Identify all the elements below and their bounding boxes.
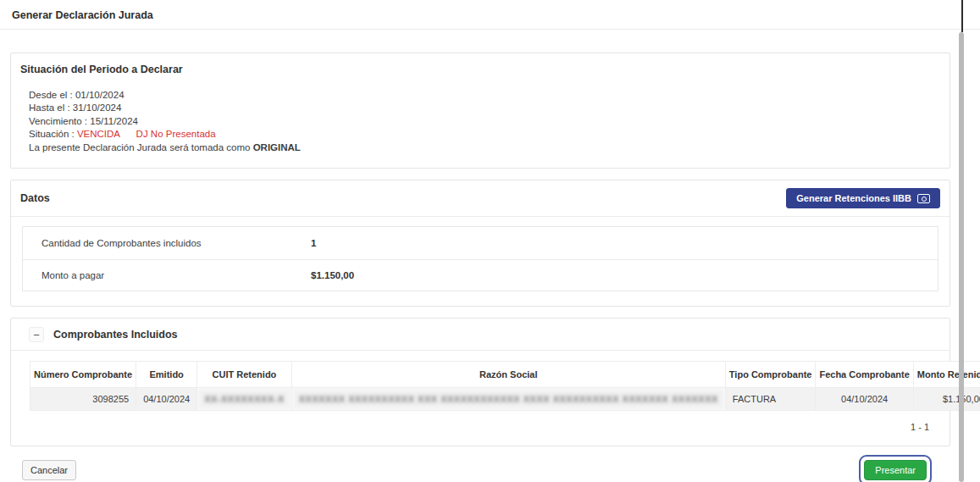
generar-retenciones-label: Generar Retenciones IIBB xyxy=(796,193,911,203)
cell-emitido: 04/10/2024 xyxy=(136,388,197,411)
periodo-situacion: Situación : VENCIDA DJ No Presentada xyxy=(29,128,940,141)
table-header-row: Número Comprobante Emitido CUIT Retenido… xyxy=(30,362,980,388)
cell-razon-redacted: XXXXXXX XXXXXXXXXX XXX XXXXXXXXXXXX XXXX… xyxy=(291,388,725,411)
col-monto-retenido: Monto Retenido xyxy=(913,362,980,388)
periodo-info: Desde el : 01/10/2024 Hasta el : 31/10/2… xyxy=(20,89,940,154)
comprobantes-title: Comprobantes Incluidos xyxy=(53,329,178,341)
comprobantes-table: Número Comprobante Emitido CUIT Retenido… xyxy=(30,361,980,411)
monto-label: Monto a pagar xyxy=(42,270,311,280)
page-title: Generar Declaración Jurada xyxy=(0,0,980,29)
cell-tipo-comprobante: FACTURA xyxy=(725,388,816,411)
footer-actions: Cancelar Presentar xyxy=(22,455,950,482)
periodo-title: Situación del Periodo a Declarar xyxy=(20,64,940,75)
cantidad-value: 1 xyxy=(311,238,316,248)
col-tipo-comprobante: Tipo Comprobante xyxy=(725,362,816,388)
col-numero-comprobante: Número Comprobante xyxy=(30,362,136,388)
presentar-button[interactable]: Presentar xyxy=(864,460,927,480)
cell-monto: $1.150,00 xyxy=(913,388,980,411)
periodo-card: Situación del Periodo a Declarar Desde e… xyxy=(10,53,950,169)
situacion-estado: VENCIDA xyxy=(77,129,120,139)
cell-cuit-redacted: XX-XXXXXXXX-X xyxy=(197,388,292,411)
periodo-desde: Desde el : 01/10/2024 xyxy=(29,89,940,102)
col-emitido: Emitido xyxy=(136,362,197,388)
col-cuit-retenido: CUIT Retenido xyxy=(197,362,292,388)
page-content: Situación del Periodo a Declarar Desde e… xyxy=(0,53,950,482)
vertical-scrollbar[interactable] xyxy=(959,32,964,482)
datos-header: Datos Generar Retenciones IIBB xyxy=(11,180,950,216)
cell-numero: 3098255 xyxy=(30,388,136,411)
table-row: 3098255 04/10/2024 XX-XXXXXXXX-X XXXXXXX… xyxy=(30,388,980,411)
col-razon-social: Razón Social xyxy=(291,362,725,388)
datos-title: Datos xyxy=(20,192,50,204)
monto-value: $1.150,00 xyxy=(311,270,354,280)
datos-row-monto: Monto a pagar $1.150,00 xyxy=(23,260,938,291)
window-edge-line xyxy=(961,0,963,32)
comprobantes-header: − Comprobantes Incluidos xyxy=(11,319,950,350)
comprobantes-card: − Comprobantes Incluidos Número Comproba… xyxy=(10,318,950,446)
nota-prefix: La presente Declaración Jurada será toma… xyxy=(29,142,250,152)
col-fecha-comprobante: Fecha Comprobante xyxy=(816,362,913,388)
cantidad-label: Cantidad de Comprobantes incluidos xyxy=(42,238,311,248)
cell-fecha: 04/10/2024 xyxy=(816,388,913,411)
banknote-icon xyxy=(917,194,930,203)
datos-summary-box: Cantidad de Comprobantes incluidos 1 Mon… xyxy=(22,226,938,291)
pagination-label: 1 - 1 xyxy=(11,411,950,432)
header-divider xyxy=(0,29,980,30)
collapse-minus-icon[interactable]: − xyxy=(29,327,44,342)
datos-card: Datos Generar Retenciones IIBB Cantidad … xyxy=(10,180,950,307)
datos-divider xyxy=(11,216,950,217)
situacion-label: Situación : xyxy=(29,129,75,139)
periodo-hasta: Hasta el : 31/10/2024 xyxy=(29,102,940,114)
comprobantes-divider xyxy=(11,350,950,351)
periodo-vencimiento: Vencimiento : 15/11/2024 xyxy=(29,115,940,128)
situacion-dj: DJ No Presentada xyxy=(136,129,216,139)
nota-original: ORIGINAL xyxy=(253,142,301,152)
comprobantes-table-wrap: Número Comprobante Emitido CUIT Retenido… xyxy=(30,361,938,411)
generar-declaracion-jurada-page: Generar Declaración Jurada Situación del… xyxy=(0,0,980,482)
periodo-nota: La presente Declaración Jurada será toma… xyxy=(29,141,940,154)
cancel-button[interactable]: Cancelar xyxy=(22,460,76,480)
datos-row-cantidad: Cantidad de Comprobantes incluidos 1 xyxy=(23,227,938,260)
presentar-focus-ring: Presentar xyxy=(859,455,932,482)
generar-retenciones-button[interactable]: Generar Retenciones IIBB xyxy=(786,188,940,208)
